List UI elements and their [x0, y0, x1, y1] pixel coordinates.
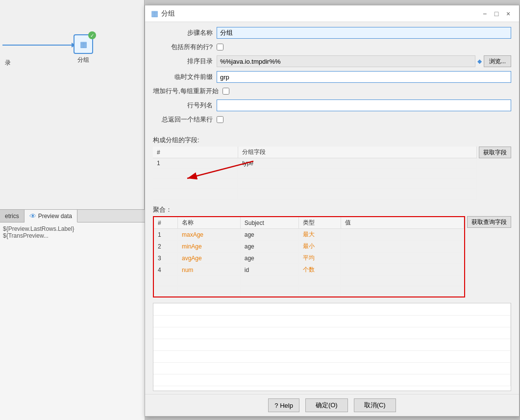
- empty-row-1: [153, 303, 511, 315]
- aggregate-table: # 名称 Subject 类型 值 1 maxAge age 最大: [154, 217, 464, 296]
- groupby-row-1-num: 1: [153, 158, 238, 169]
- groupby-row-1[interactable]: 1 type: [153, 158, 477, 169]
- row-num-row: 行号列名: [153, 99, 511, 111]
- title-bar: ▦ 分组 − □ ×: [145, 5, 519, 22]
- get-fields-button[interactable]: 获取字段: [479, 147, 511, 158]
- aggregate-section-title: 聚合：: [153, 205, 511, 214]
- agg-col-name: 名称: [178, 217, 241, 229]
- empty-row-2: [153, 315, 511, 327]
- tab-preview[interactable]: 👁 Preview data: [25, 210, 77, 222]
- increment-checkbox[interactable]: [223, 88, 229, 95]
- agg-row-4[interactable]: 4 num id 个数: [154, 264, 464, 276]
- groupby-fields-table: # 分组字段 1 type: [153, 147, 477, 199]
- tab-bar: etrics 👁 Preview data: [0, 210, 145, 222]
- agg-row-2-type: 最小: [299, 241, 341, 252]
- total-return-checkbox[interactable]: [217, 116, 223, 123]
- large-empty-table-area: [153, 303, 511, 391]
- agg-row-2[interactable]: 2 minAge age 最小: [154, 241, 464, 252]
- groupby-table-wrap: # 分组字段 1 type: [153, 147, 477, 199]
- preview-row2: ${TransPreview...: [3, 232, 142, 239]
- increment-label: 增加行号,每组重新开始: [153, 87, 223, 96]
- sort-dir-label: 排序目录: [153, 57, 217, 66]
- row-num-input[interactable]: [217, 99, 511, 111]
- temp-prefix-input[interactable]: [217, 71, 511, 83]
- empty-table: [153, 303, 511, 386]
- dialog-title: 分组: [161, 9, 175, 18]
- groupby-fields-area: # 分组字段 1 type 获取字段: [145, 147, 519, 199]
- agg-row-4-type: 个数: [299, 264, 341, 276]
- empty-row-7: [153, 374, 511, 386]
- agg-row-2-value: [341, 241, 464, 252]
- agg-row-4-name: num: [178, 264, 241, 276]
- step-name-input[interactable]: [217, 27, 511, 39]
- tab-preview-label: Preview data: [38, 213, 72, 220]
- agg-row-2-subject: age: [240, 241, 298, 252]
- groupby-row-empty-2[interactable]: [153, 179, 477, 189]
- agg-row-3-value: [341, 252, 464, 264]
- eye-icon: 👁: [29, 212, 36, 220]
- empty-row-5: [153, 350, 511, 362]
- agg-row-empty-1[interactable]: [154, 276, 464, 286]
- groupby-row-empty-3[interactable]: [153, 189, 477, 199]
- browse-button[interactable]: 浏览...: [484, 55, 511, 67]
- node-icon: ▦ ✓: [74, 34, 93, 54]
- tab-metrics[interactable]: etrics: [0, 210, 25, 222]
- maximize-button[interactable]: □: [492, 9, 501, 19]
- agg-row-1-subject: age: [240, 229, 298, 241]
- form-area: 步骤名称 包括所有的行? 排序目录 ◆ 浏览... 临时文件前缀 增加行号,每组…: [145, 22, 519, 133]
- agg-col-type: 类型: [299, 217, 341, 229]
- tab-content: ${Preview.LastRows.Label} ${TransPreview…: [0, 222, 145, 242]
- groupby-col-num: #: [153, 147, 238, 158]
- empty-row-3: [153, 327, 511, 339]
- agg-row-2-name: minAge: [178, 241, 241, 252]
- groupby-col-field: 分组字段: [238, 147, 477, 158]
- cancel-button[interactable]: 取消(C): [354, 398, 396, 412]
- bottom-tabs-panel: etrics 👁 Preview data ${Preview.LastRows…: [0, 209, 145, 420]
- tab-metrics-label: etrics: [5, 213, 19, 220]
- empty-row-4: [153, 339, 511, 350]
- sort-dir-input[interactable]: [217, 55, 475, 67]
- agg-row-1[interactable]: 1 maxAge age 最大: [154, 229, 464, 241]
- temp-prefix-label: 临时文件前缀: [153, 73, 217, 81]
- dialog-title-icon: ▦: [151, 9, 158, 18]
- dialog: ▦ 分组 − □ × 步骤名称 包括所有的行? 排序目录 ◆ 浏览...: [145, 5, 520, 417]
- include-all-row: 包括所有的行?: [153, 43, 511, 51]
- agg-row-1-num: 1: [154, 229, 178, 241]
- close-button[interactable]: ×: [503, 9, 513, 19]
- groupby-row-1-field: type: [238, 158, 477, 169]
- title-bar-left: ▦ 分组: [151, 9, 175, 18]
- title-controls: − □ ×: [480, 9, 513, 19]
- node-label: 分组: [77, 56, 89, 64]
- sort-dir-input-group: ◆ 浏览...: [217, 55, 511, 67]
- get-query-fields-button[interactable]: 获取查询字段: [467, 216, 511, 228]
- left-label: 录: [5, 59, 11, 67]
- groupby-section-title: 构成分组的字段:: [153, 136, 511, 145]
- include-all-label: 包括所有的行?: [153, 43, 217, 51]
- arrow-line: [2, 45, 74, 46]
- agg-row-3[interactable]: 3 avgAge age 平均: [154, 252, 464, 264]
- minimize-button[interactable]: −: [480, 9, 490, 19]
- agg-col-num: #: [154, 217, 178, 229]
- empty-row-6: [153, 362, 511, 374]
- ok-button[interactable]: 确定(O): [305, 398, 348, 412]
- checkmark-icon: ✓: [88, 31, 96, 39]
- node-icon-symbol: ▦: [80, 40, 87, 49]
- groupby-row-empty-1[interactable]: [153, 169, 477, 179]
- agg-col-value: 值: [341, 217, 464, 229]
- agg-row-3-num: 3: [154, 252, 178, 264]
- agg-row-4-subject: id: [240, 264, 298, 276]
- agg-row-3-name: avgAge: [178, 252, 241, 264]
- agg-row-empty-2[interactable]: [154, 286, 464, 296]
- bottom-buttons: ? Help 确定(O) 取消(C): [145, 394, 519, 416]
- agg-row-2-num: 2: [154, 241, 178, 252]
- agg-row-1-value: [341, 229, 464, 241]
- include-all-checkbox[interactable]: [217, 44, 223, 50]
- increment-row: 增加行号,每组重新开始: [153, 87, 511, 96]
- total-return-row: 总返回一个结果行: [153, 115, 511, 124]
- preview-row1: ${Preview.LastRows.Label}: [3, 225, 142, 232]
- help-button[interactable]: ? Help: [268, 398, 299, 412]
- canvas-node: ▦ ✓ 分组: [74, 34, 93, 64]
- agg-row-3-type: 平均: [299, 252, 341, 264]
- agg-row-4-value: [341, 264, 464, 276]
- agg-row-1-name: maxAge: [178, 229, 241, 241]
